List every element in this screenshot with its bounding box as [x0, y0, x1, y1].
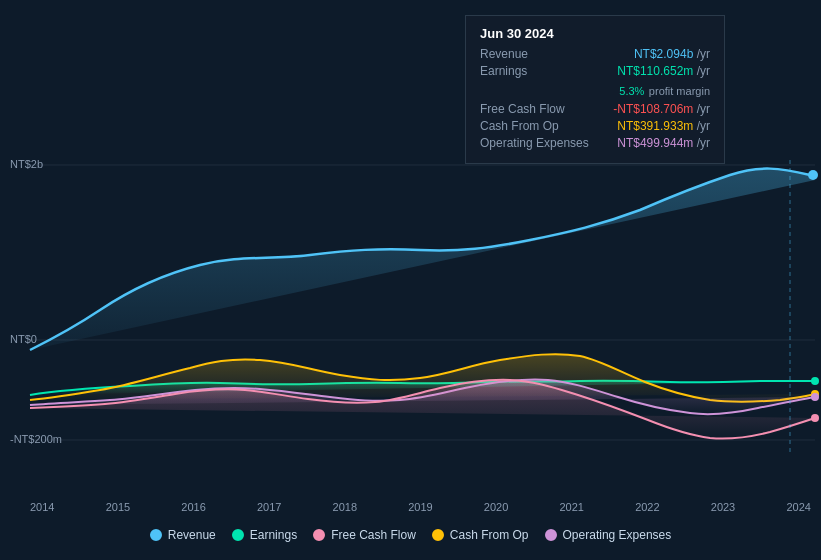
legend-earnings-dot — [232, 529, 244, 541]
legend-fcf[interactable]: Free Cash Flow — [313, 528, 416, 542]
x-label-2019: 2019 — [408, 501, 432, 513]
tooltip-earnings-label: Earnings — [480, 64, 527, 78]
tooltip-opex-label: Operating Expenses — [480, 136, 589, 150]
legend-earnings-label: Earnings — [250, 528, 297, 542]
x-label-2024: 2024 — [786, 501, 810, 513]
x-label-2022: 2022 — [635, 501, 659, 513]
tooltip-cashop-row: Cash From Op NT$391.933m /yr — [480, 119, 710, 133]
legend-earnings[interactable]: Earnings — [232, 528, 297, 542]
tooltip-fcf-label: Free Cash Flow — [480, 102, 565, 116]
tooltip-cashop-value: NT$391.933m /yr — [617, 119, 710, 133]
tooltip-date: Jun 30 2024 — [480, 26, 710, 41]
legend-opex-label: Operating Expenses — [563, 528, 672, 542]
x-label-2017: 2017 — [257, 501, 281, 513]
x-label-2020: 2020 — [484, 501, 508, 513]
legend-revenue-dot — [150, 529, 162, 541]
tooltip-revenue-label: Revenue — [480, 47, 528, 61]
y-label-top: NT$2b — [10, 158, 43, 170]
tooltip-cashop-label: Cash From Op — [480, 119, 559, 133]
chart-legend: Revenue Earnings Free Cash Flow Cash Fro… — [0, 520, 821, 550]
tooltip-fcf-row: Free Cash Flow -NT$108.706m /yr — [480, 102, 710, 116]
x-label-2015: 2015 — [106, 501, 130, 513]
x-label-2021: 2021 — [559, 501, 583, 513]
tooltip-opex-value: NT$499.944m /yr — [617, 136, 710, 150]
tooltip-earnings-value: NT$110.652m /yr — [617, 64, 710, 78]
tooltip-margin-label: profit margin — [649, 85, 710, 97]
x-label-2014: 2014 — [30, 501, 54, 513]
tooltip-revenue-row: Revenue NT$2.094b /yr — [480, 47, 710, 61]
y-label-bottom: -NT$200m — [10, 433, 62, 445]
legend-opex[interactable]: Operating Expenses — [545, 528, 672, 542]
x-label-2018: 2018 — [333, 501, 357, 513]
tooltip-revenue-value: NT$2.094b /yr — [634, 47, 710, 61]
legend-fcf-label: Free Cash Flow — [331, 528, 416, 542]
x-label-2016: 2016 — [181, 501, 205, 513]
svg-point-7 — [811, 414, 819, 422]
svg-point-6 — [811, 393, 819, 401]
x-label-2023: 2023 — [711, 501, 735, 513]
tooltip-earnings-row: Earnings NT$110.652m /yr — [480, 64, 710, 78]
tooltip-fcf-value: -NT$108.706m /yr — [613, 102, 710, 116]
legend-fcf-dot — [313, 529, 325, 541]
svg-point-4 — [811, 377, 819, 385]
legend-revenue[interactable]: Revenue — [150, 528, 216, 542]
x-axis-labels: 2014 2015 2016 2017 2018 2019 2020 2021 … — [30, 501, 811, 513]
legend-cashop-dot — [432, 529, 444, 541]
y-label-mid: NT$0 — [10, 333, 37, 345]
tooltip-margin-value: 5.3% — [619, 85, 644, 97]
tooltip: Jun 30 2024 Revenue NT$2.094b /yr Earnin… — [465, 15, 725, 164]
legend-cashop[interactable]: Cash From Op — [432, 528, 529, 542]
tooltip-opex-row: Operating Expenses NT$499.944m /yr — [480, 136, 710, 150]
legend-cashop-label: Cash From Op — [450, 528, 529, 542]
svg-point-3 — [808, 170, 818, 180]
legend-revenue-label: Revenue — [168, 528, 216, 542]
legend-opex-dot — [545, 529, 557, 541]
